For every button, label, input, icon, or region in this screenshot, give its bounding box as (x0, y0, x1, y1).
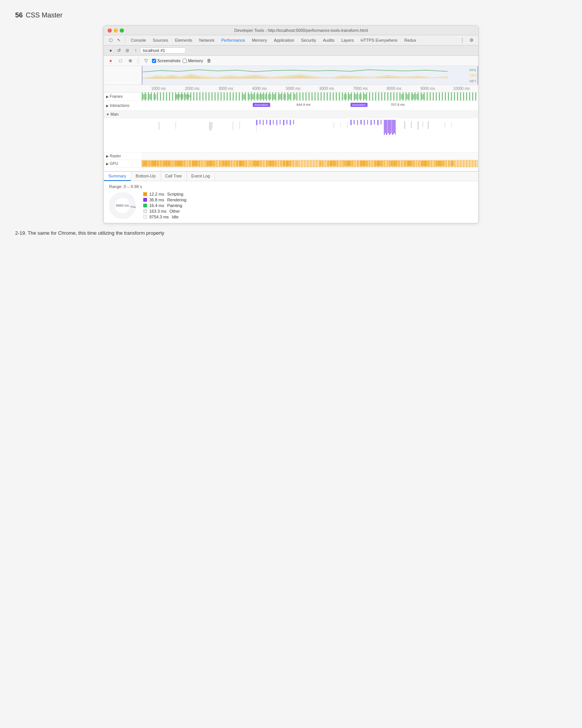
time-8000: 8000 ms (377, 86, 411, 91)
svg-rect-138 (231, 161, 232, 166)
svg-rect-81 (144, 161, 145, 166)
svg-rect-48 (354, 120, 355, 124)
svg-rect-149 (249, 161, 250, 166)
record-btn[interactable]: ● (107, 57, 114, 64)
svg-rect-53 (371, 120, 372, 125)
svg-rect-104 (175, 161, 175, 166)
svg-rect-33 (239, 122, 240, 129)
tab-bottom-up[interactable]: Bottom-Up (131, 172, 161, 181)
svg-rect-47 (350, 120, 352, 125)
svg-rect-189 (338, 161, 339, 166)
tab-sources[interactable]: Sources (150, 37, 171, 43)
svg-rect-197 (352, 161, 353, 166)
svg-rect-216 (384, 161, 385, 166)
svg-rect-131 (219, 161, 220, 166)
tab-application[interactable]: Application (271, 37, 297, 43)
svg-rect-55 (377, 120, 379, 125)
svg-rect-17 (293, 94, 296, 99)
svg-rect-184 (330, 161, 331, 166)
svg-rect-41 (276, 120, 277, 125)
svg-rect-69 (404, 121, 405, 129)
toolbar-icon-cursor[interactable]: ↖ (115, 36, 123, 44)
fps-label: FPS (469, 67, 477, 73)
tab-event-log[interactable]: Event Log (187, 172, 215, 181)
svg-rect-90 (156, 161, 156, 166)
tab-elements[interactable]: Elements (172, 37, 196, 43)
traffic-light-green[interactable] (120, 28, 124, 33)
minimap-selection[interactable] (142, 66, 478, 85)
nav-back[interactable]: ● (107, 47, 114, 54)
stop-btn[interactable]: □ (117, 57, 124, 64)
svg-rect-121 (202, 161, 203, 166)
tab-redux[interactable]: Redux (401, 37, 419, 43)
time-3000: 3000 ms (209, 86, 243, 91)
toolbar-icon-pointer[interactable]: ⬡ (107, 36, 114, 44)
svg-rect-126 (211, 161, 211, 166)
traffic-light-red[interactable] (108, 28, 112, 33)
frames-value: 2457.2 ms (175, 94, 191, 98)
browser-bar: ● ↺ ⊘ ↑ localhost #1 (104, 46, 478, 56)
svg-rect-80 (143, 161, 144, 166)
address-bar[interactable]: localhost #1 (140, 47, 186, 53)
svg-rect-111 (185, 161, 186, 166)
svg-rect-91 (157, 161, 158, 166)
svg-rect-15 (283, 94, 286, 99)
svg-rect-141 (236, 161, 237, 166)
svg-rect-66 (393, 120, 394, 134)
tab-https[interactable]: HTTPS Everywhere (358, 37, 401, 43)
frames-label[interactable]: ▶ Frames (104, 94, 142, 99)
main-label[interactable]: ▼ Main (104, 112, 142, 116)
svg-rect-161 (269, 161, 271, 166)
svg-rect-102 (172, 161, 173, 166)
svg-rect-185 (332, 161, 333, 166)
filter-icon[interactable]: ▽ (142, 57, 150, 64)
settings-icon[interactable]: ⚙ (468, 36, 475, 44)
traffic-light-yellow[interactable] (114, 28, 118, 33)
tab-console[interactable]: Console (128, 37, 149, 43)
tab-network[interactable]: Network (196, 37, 217, 43)
svg-rect-253 (446, 161, 447, 166)
trash-icon[interactable]: 🗑 (205, 57, 213, 64)
animation-badge-2: Animation (350, 103, 368, 107)
svg-rect-182 (327, 161, 328, 166)
time-ruler-labels: 1000 ms 2000 ms 3000 ms 4000 ms 5000 ms … (142, 86, 478, 91)
svg-rect-27 (421, 94, 424, 99)
tab-memory[interactable]: Memory (249, 37, 270, 43)
svg-rect-14 (278, 94, 282, 99)
tab-call-tree[interactable]: Call Tree (161, 172, 187, 181)
nav-refresh[interactable]: ↺ (115, 47, 123, 54)
main-header: ▼ Main (104, 111, 478, 118)
tab-security[interactable]: Security (298, 37, 319, 43)
nav-stop[interactable]: ⊘ (124, 47, 131, 54)
tab-performance[interactable]: Performance (218, 37, 248, 43)
svg-rect-190 (340, 161, 341, 166)
more-icon[interactable]: ⋮ (458, 36, 466, 44)
svg-rect-13 (273, 94, 275, 99)
svg-rect-140 (234, 161, 235, 166)
main-row (104, 118, 478, 152)
svg-rect-160 (268, 161, 269, 166)
clear-btn[interactable]: ⊗ (127, 57, 134, 64)
gpu-content (142, 160, 478, 167)
interactions-label[interactable]: ▶ Interactions (104, 104, 142, 108)
screenshots-checkbox[interactable]: Screenshots (152, 58, 180, 63)
raster-label[interactable]: ▶ Raster (104, 154, 142, 158)
tab-layers[interactable]: Layers (338, 37, 357, 43)
svg-rect-147 (246, 161, 247, 166)
svg-rect-255 (450, 161, 451, 166)
svg-rect-19 (349, 94, 351, 99)
nav-up[interactable]: ↑ (132, 47, 139, 54)
svg-rect-116 (194, 161, 195, 166)
memory-checkbox[interactable]: Memory (183, 58, 203, 63)
svg-rect-180 (324, 161, 325, 166)
tab-summary[interactable]: Summary (104, 172, 131, 181)
gpu-label[interactable]: ▶ GPU (104, 162, 142, 166)
svg-rect-122 (204, 161, 205, 166)
svg-rect-68 (395, 120, 396, 135)
svg-rect-158 (264, 161, 265, 166)
spacer (104, 168, 478, 171)
svg-rect-257 (453, 161, 454, 166)
legend-ms-idle: 9754.3 ms (149, 215, 169, 219)
page-header: 56 CSS Master (15, 11, 567, 19)
tab-audits[interactable]: Audits (320, 37, 338, 43)
